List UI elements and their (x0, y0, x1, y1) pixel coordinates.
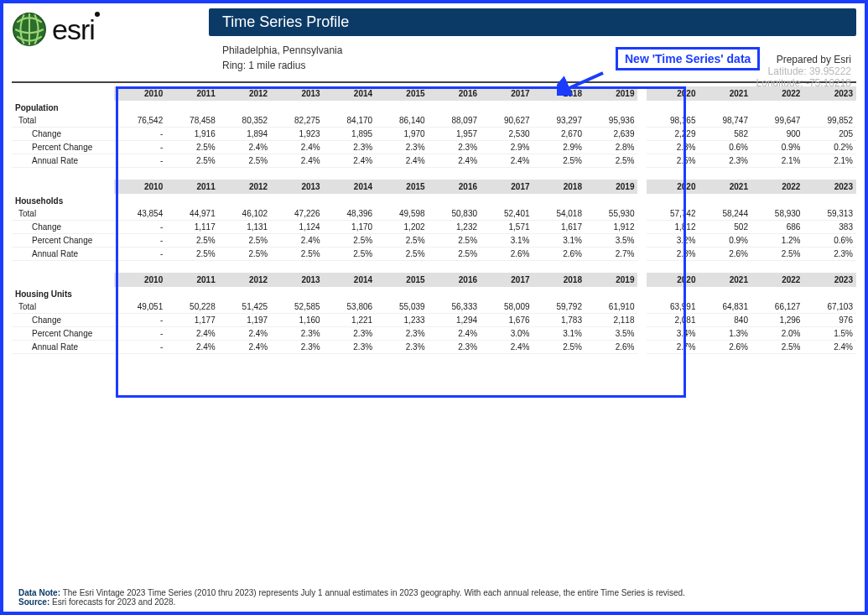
row-label: Percent Change (12, 327, 114, 341)
data-cell: 383 (803, 221, 856, 234)
year-header: 2020 (647, 180, 699, 195)
data-cell: 2.4% (481, 154, 533, 168)
data-cell: 2.4% (271, 234, 323, 248)
svg-line-1 (564, 73, 603, 91)
brand-dot-icon (95, 12, 100, 17)
data-cell: 2.3% (271, 341, 323, 354)
year-header: 2023 (803, 180, 856, 195)
data-cell: 1.2% (751, 234, 803, 248)
data-cell: 2,118 (585, 314, 637, 327)
data-cell: 54,018 (533, 207, 585, 221)
data-cell: 93,297 (533, 114, 585, 128)
data-cell: 2.5% (429, 248, 481, 261)
data-cell: 59,313 (803, 207, 856, 221)
table-row: Total76,54278,45880,35282,27584,17086,14… (12, 114, 856, 128)
data-cell: 44,971 (166, 207, 218, 221)
year-header: 2016 (429, 180, 481, 195)
table-row: Annual Rate-2.5%2.5%2.4%2.4%2.4%2.4%2.4%… (12, 154, 856, 168)
year-header: 2013 (271, 180, 323, 195)
row-gap (637, 207, 647, 221)
data-cell: 2.5% (166, 248, 218, 261)
data-cell: 99,852 (803, 114, 856, 128)
data-cell: 2.5% (219, 154, 271, 168)
data-cell: 2.7% (647, 341, 699, 354)
source-text: Esri forecasts for 2023 and 2028. (52, 597, 175, 607)
data-cell: 2.6% (699, 341, 751, 354)
data-cell: 82,275 (271, 114, 323, 128)
data-cell: - (114, 154, 166, 168)
header-gap (637, 86, 647, 102)
data-cell: - (114, 221, 166, 234)
data-cell: 52,401 (481, 207, 533, 221)
year-header: 2014 (324, 180, 376, 195)
data-cell: 2.3% (647, 141, 699, 154)
year-header: 2018 (533, 273, 585, 288)
data-cell: 2,229 (647, 128, 699, 141)
data-cell: 78,458 (166, 114, 218, 128)
blank-header (12, 86, 114, 102)
brand-name: esri (52, 13, 95, 45)
header-gap (637, 180, 647, 195)
section-title: Population (12, 102, 856, 115)
data-cell: 2.5% (751, 341, 803, 354)
brand-logo-block: esri (12, 8, 199, 47)
year-header: 2015 (376, 86, 428, 102)
header-gap (637, 273, 647, 288)
data-cell: 1,232 (429, 221, 481, 234)
data-cell: 58,930 (751, 207, 803, 221)
year-header: 2022 (751, 273, 803, 288)
data-cell: 2.4% (219, 341, 271, 354)
data-cell: 1,202 (376, 221, 428, 234)
data-cell: 840 (699, 314, 751, 327)
data-cell: 2,530 (481, 128, 533, 141)
row-gap (637, 314, 647, 327)
row-gap (637, 341, 647, 354)
table-row: Change-1,9161,8941,9231,8951,9701,9572,5… (12, 128, 856, 141)
section-title-row: Housing Units (12, 288, 856, 301)
table-row: Total49,05150,22851,42552,58553,80655,03… (12, 300, 856, 314)
data-cell: 2.3% (324, 141, 376, 154)
data-cell: 55,930 (585, 207, 637, 221)
year-header-row: 2010201120122013201420152016201720182019… (12, 180, 856, 195)
blank-header (12, 180, 114, 195)
data-cell: 0.2% (803, 141, 856, 154)
table-row: Change-1,1171,1311,1241,1701,2021,2321,5… (12, 221, 856, 234)
data-cell: 2,670 (533, 128, 585, 141)
section-title: Housing Units (12, 288, 856, 301)
data-cell: 2.5% (166, 234, 218, 248)
data-note-lead: Data Note: (18, 588, 60, 597)
data-cell: 1.5% (803, 327, 856, 341)
data-cell: 1,124 (271, 221, 323, 234)
data-cell: 98,165 (647, 114, 699, 128)
data-cell: 1.3% (699, 327, 751, 341)
data-cell: - (114, 314, 166, 327)
latitude: Latitude: 39.95222 (756, 65, 851, 77)
data-cell: 1,894 (219, 128, 271, 141)
data-cell: 2.5% (585, 154, 637, 168)
data-cell: 1,197 (219, 314, 271, 327)
year-header: 2023 (803, 86, 856, 102)
data-cell: 2.0% (751, 327, 803, 341)
data-cell: 2.3% (376, 141, 428, 154)
globe-icon (12, 12, 47, 47)
data-cell: 2.3% (376, 341, 428, 354)
data-cell: 3.5% (585, 234, 637, 248)
section-title-row: Households (12, 195, 856, 208)
report-page: esri Time Series Profile Philadelphia, P… (0, 0, 868, 615)
year-header-row: 2010201120122013201420152016201720182019… (12, 86, 856, 102)
data-cell: 2.5% (324, 234, 376, 248)
row-gap (637, 154, 647, 168)
data-cell: 1,117 (166, 221, 218, 234)
row-gap (637, 114, 647, 128)
data-cell: 2.5% (751, 248, 803, 261)
year-header-row: 2010201120122013201420152016201720182019… (12, 273, 856, 288)
data-cell: 88,097 (429, 114, 481, 128)
section-title: Households (12, 195, 856, 208)
data-cell: - (114, 327, 166, 341)
data-cell: 2.8% (585, 141, 637, 154)
year-header: 2021 (699, 273, 751, 288)
data-cell: 3.4% (647, 327, 699, 341)
year-header: 2017 (481, 273, 533, 288)
data-cell: 56,333 (429, 300, 481, 314)
data-cell: 0.6% (803, 234, 856, 248)
